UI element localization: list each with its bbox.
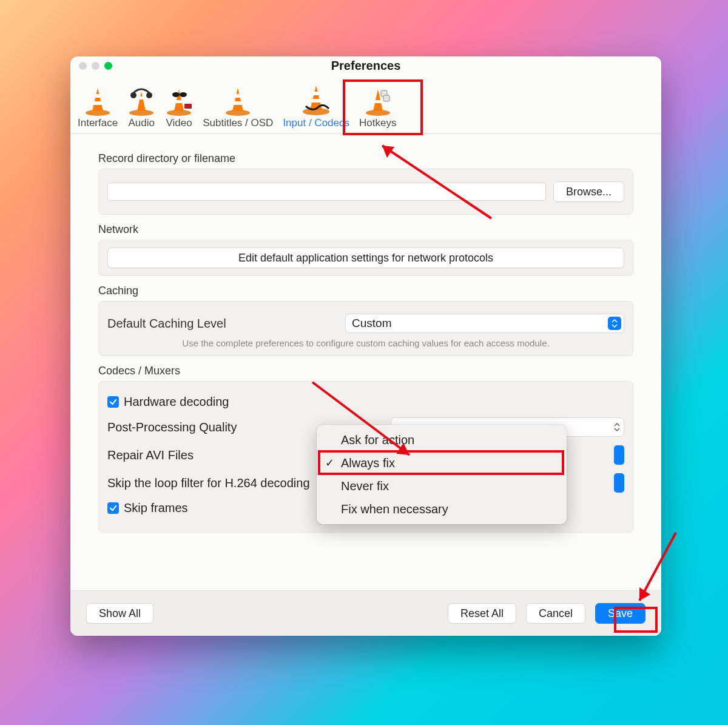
annotation-arrow-icon xyxy=(370,133,504,224)
annotation-arrow-icon xyxy=(306,376,422,467)
network-group: Edit default application settings for ne… xyxy=(98,240,633,276)
svg-point-9 xyxy=(172,92,180,97)
svg-rect-17 xyxy=(311,99,321,103)
select-arrows-icon xyxy=(608,317,621,330)
dropdown-item-never-fix[interactable]: Never fix xyxy=(317,474,567,497)
svg-marker-25 xyxy=(396,443,410,455)
caching-hint: Use the complete preferences to configur… xyxy=(107,338,624,348)
caching-level-label: Default Caching Level xyxy=(107,317,338,331)
browse-button[interactable]: Browse... xyxy=(553,181,624,202)
caching-group: Default Caching Level Custom Use the com… xyxy=(98,301,633,356)
tab-subtitles[interactable]: Subtitles / OSD xyxy=(198,75,278,132)
svg-rect-1 xyxy=(94,94,101,98)
network-section-label: Network xyxy=(98,223,633,236)
hardware-decoding-label: Hardware decoding xyxy=(124,395,229,409)
skip-frames-label: Skip frames xyxy=(124,501,188,515)
record-group: Browse... xyxy=(98,169,633,215)
show-all-button[interactable]: Show All xyxy=(86,603,153,624)
svg-point-10 xyxy=(180,92,187,97)
svg-point-5 xyxy=(130,92,136,98)
svg-rect-13 xyxy=(234,94,241,98)
annotation-arrow-icon xyxy=(626,528,687,613)
preferences-window: Preferences Interface Audio Video Subtit… xyxy=(70,56,661,636)
tab-video[interactable]: Video xyxy=(160,75,198,132)
tab-toolbar: Interface Audio Video Subtitles / OSD In… xyxy=(70,75,661,134)
tab-interface[interactable]: Interface xyxy=(73,75,123,132)
repair-avi-select[interactable] xyxy=(614,445,624,465)
tab-hotkeys[interactable]: Hotkeys xyxy=(354,75,401,132)
postproc-label: Post-Processing Quality xyxy=(107,420,237,434)
svg-rect-21 xyxy=(383,95,389,101)
tab-input-codecs[interactable]: Input / Codecs xyxy=(278,75,354,132)
tab-audio[interactable]: Audio xyxy=(123,75,160,132)
caching-level-select[interactable]: Custom xyxy=(345,314,624,333)
hardware-decoding-checkbox[interactable] xyxy=(107,396,119,408)
svg-line-24 xyxy=(312,382,410,455)
svg-point-6 xyxy=(146,92,152,98)
cone-icon xyxy=(224,79,252,116)
skip-loop-select[interactable] xyxy=(614,473,624,493)
cancel-button[interactable]: Cancel xyxy=(526,603,585,624)
record-section-label: Record directory or filename xyxy=(98,152,633,165)
svg-rect-4 xyxy=(138,96,144,99)
titlebar: Preferences xyxy=(70,56,661,75)
svg-rect-16 xyxy=(312,92,320,95)
svg-rect-14 xyxy=(233,101,243,105)
stepper-arrows-icon xyxy=(612,419,622,435)
svg-rect-8 xyxy=(175,100,183,103)
dropdown-item-fix-when-necessary[interactable]: Fix when necessary xyxy=(317,497,567,521)
svg-line-26 xyxy=(639,533,676,601)
cone-icon xyxy=(84,79,112,116)
svg-rect-19 xyxy=(374,100,382,103)
headphones-cone-icon xyxy=(127,79,155,116)
repair-avi-label: Repair AVI Files xyxy=(107,448,194,462)
svg-rect-11 xyxy=(184,104,192,109)
skip-frames-checkbox[interactable] xyxy=(107,502,119,514)
reset-all-button[interactable]: Reset All xyxy=(448,603,516,624)
edit-network-protocols-button[interactable]: Edit default application settings for ne… xyxy=(107,248,624,268)
skip-loop-label: Skip the loop filter for H.264 decoding xyxy=(107,476,310,490)
codecs-section-label: Codecs / Muxers xyxy=(98,365,633,377)
svg-rect-2 xyxy=(93,101,103,105)
bottom-bar: Show All Reset All Cancel Save xyxy=(70,590,661,636)
sunglasses-cone-icon xyxy=(165,79,193,116)
cone-cable-icon xyxy=(301,79,331,116)
caching-section-label: Caching xyxy=(98,285,633,297)
window-title: Preferences xyxy=(70,59,661,73)
cone-keys-icon xyxy=(364,79,392,116)
svg-line-22 xyxy=(382,146,491,218)
